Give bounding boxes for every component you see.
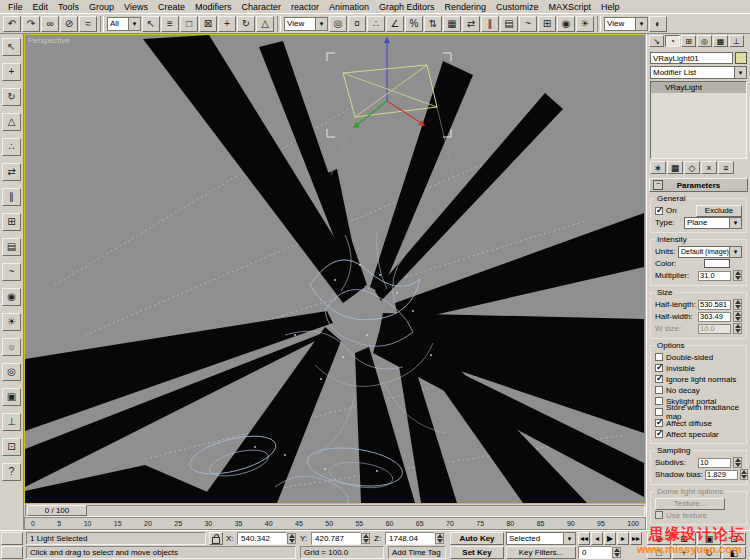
set-key-button[interactable]: Set Key xyxy=(450,546,504,559)
tab-modify[interactable]: ◔ xyxy=(665,35,680,47)
select-and-link-icon[interactable]: ∞ xyxy=(41,16,59,32)
time-slider-track[interactable] xyxy=(25,505,645,517)
on-checkbox[interactable]: On xyxy=(655,206,677,216)
time-slider[interactable]: 0 / 100 xyxy=(24,504,646,517)
x-coord-spinner[interactable] xyxy=(287,533,296,544)
spinner[interactable] xyxy=(740,469,748,480)
tab-hierarchy[interactable]: ⊞ xyxy=(681,35,696,47)
checkbox-box[interactable] xyxy=(655,353,663,361)
curve-editor-tool-icon[interactable]: ~ xyxy=(2,263,21,281)
add-time-tag[interactable]: Add Time Tag xyxy=(388,546,446,559)
checkbox-box[interactable] xyxy=(655,419,663,427)
checkbox-box[interactable] xyxy=(655,386,663,394)
display-tool-icon[interactable]: ▣ xyxy=(2,388,21,406)
snap-toggle-icon[interactable]: ∴ xyxy=(367,16,385,32)
tab-utilities[interactable]: ⊥ xyxy=(729,35,744,47)
checkbox-box[interactable] xyxy=(655,207,663,215)
value-field[interactable]: 363.49 xyxy=(698,312,731,322)
value-field[interactable]: 10.0 xyxy=(698,324,731,334)
menu-item[interactable]: Customize xyxy=(491,2,544,12)
units-combo[interactable]: Default (image) xyxy=(678,246,742,258)
option-checkbox[interactable]: Double-sided xyxy=(655,352,742,362)
mini-listener-button2[interactable] xyxy=(1,546,23,559)
scale-tool-icon[interactable]: △ xyxy=(2,113,21,131)
render-scene-icon[interactable]: ☀ xyxy=(576,16,594,32)
undo-icon[interactable]: ↶ xyxy=(3,16,21,32)
use-texture-checkbox[interactable]: Use texture xyxy=(655,510,742,520)
material-editor-tool-icon[interactable]: ◉ xyxy=(2,288,21,306)
mirror-icon[interactable]: ⇄ xyxy=(462,16,480,32)
menu-item[interactable]: Group xyxy=(84,2,119,12)
angle-snap-icon[interactable]: ∠ xyxy=(386,16,404,32)
selection-filter-combo[interactable]: All xyxy=(107,17,141,31)
layer-manager-icon[interactable]: ▤ xyxy=(500,16,518,32)
layers-tool-icon[interactable]: ▤ xyxy=(2,238,21,256)
multiplier-field[interactable]: 31.0 xyxy=(698,271,731,281)
snap-tool-icon[interactable]: ∴ xyxy=(2,138,21,156)
z-coord-spinner[interactable] xyxy=(435,533,444,544)
key-filters-button[interactable]: Key Filters... xyxy=(506,546,576,559)
menu-item[interactable]: File xyxy=(3,2,28,12)
value-field[interactable]: 530.581 xyxy=(698,300,731,310)
bind-to-spacewarp-icon[interactable]: ≈ xyxy=(79,16,97,32)
checkbox-box[interactable] xyxy=(655,430,663,438)
frame-spinner[interactable] xyxy=(612,547,621,558)
quick-render-icon[interactable]: ◐ xyxy=(649,16,667,32)
render-tool-icon[interactable]: ☀ xyxy=(2,313,21,331)
option-checkbox[interactable]: Store with irradiance map xyxy=(655,407,742,417)
spinner[interactable] xyxy=(733,311,742,322)
align-tool-icon[interactable]: ∥ xyxy=(2,188,21,206)
y-coord-field[interactable]: 420.787 xyxy=(311,532,361,545)
option-checkbox[interactable]: No decay xyxy=(655,385,742,395)
select-tool-icon[interactable]: ↖ xyxy=(2,38,21,56)
tab-create[interactable]: ↘ xyxy=(649,35,664,47)
help-tool-icon[interactable]: ? xyxy=(2,463,21,481)
viewport-label[interactable]: Perspective xyxy=(28,36,70,45)
modifier-list-combo[interactable]: Modifier List xyxy=(650,66,747,79)
checkbox-box[interactable] xyxy=(655,375,663,383)
checkbox-box[interactable] xyxy=(655,364,663,372)
select-and-scale-icon[interactable]: △ xyxy=(256,16,274,32)
menu-item[interactable]: Edit xyxy=(28,2,54,12)
option-checkbox[interactable]: Ignore light normals xyxy=(655,374,742,384)
object-color-swatch[interactable] xyxy=(735,52,747,64)
show-end-result-icon[interactable]: ▦ xyxy=(667,161,683,174)
select-and-move-icon[interactable]: + xyxy=(218,16,236,32)
configure-modifier-sets-icon[interactable]: ≡ xyxy=(718,161,734,174)
value-field[interactable]: 1.829 xyxy=(705,470,738,480)
y-coord-spinner[interactable] xyxy=(361,533,370,544)
unlink-selection-icon[interactable]: ⊘ xyxy=(60,16,78,32)
percent-snap-icon[interactable]: % xyxy=(405,16,423,32)
align-icon[interactable]: ∥ xyxy=(481,16,499,32)
menu-item[interactable]: Graph Editors xyxy=(374,2,440,12)
checkbox-box[interactable] xyxy=(655,408,663,416)
light-tool-icon[interactable]: ☼ xyxy=(2,338,21,356)
time-slider-handle[interactable]: 0 / 100 xyxy=(27,505,87,516)
menu-item[interactable]: reactor xyxy=(286,2,324,12)
checkbox-box[interactable] xyxy=(655,397,663,405)
rotate-tool-icon[interactable]: ↻ xyxy=(2,88,21,106)
curve-editor-icon[interactable]: ~ xyxy=(519,16,537,32)
rectangular-selection-icon[interactable]: □ xyxy=(180,16,198,32)
perspective-viewport[interactable]: Perspective xyxy=(24,34,646,504)
move-tool-icon[interactable]: + xyxy=(2,63,21,81)
spinner[interactable] xyxy=(733,457,742,468)
dome-texture-button[interactable]: Texture... xyxy=(655,498,725,510)
current-frame-field[interactable]: 0 xyxy=(578,546,612,559)
mirror-tool-icon[interactable]: ⇄ xyxy=(2,163,21,181)
remove-modifier-icon[interactable]: × xyxy=(701,161,717,174)
spinner[interactable] xyxy=(733,299,742,310)
named-selection-sets-icon[interactable]: ▦ xyxy=(443,16,461,32)
mini-listener-button[interactable] xyxy=(1,532,23,545)
menu-item[interactable]: Create xyxy=(153,2,190,12)
menu-item[interactable]: Animation xyxy=(324,2,374,12)
light-type-combo[interactable]: Plane xyxy=(684,217,742,229)
collapse-icon[interactable] xyxy=(653,180,663,190)
schematic-view-icon[interactable]: ⊞ xyxy=(538,16,556,32)
reference-coordinate-combo[interactable]: View xyxy=(284,17,328,31)
redo-icon[interactable]: ↷ xyxy=(22,16,40,32)
auto-key-button[interactable]: Auto Key xyxy=(450,532,504,545)
go-to-start-button[interactable]: ◂◂ xyxy=(578,532,590,545)
menu-item[interactable]: Rendering xyxy=(440,2,492,12)
select-and-rotate-icon[interactable]: ↻ xyxy=(237,16,255,32)
